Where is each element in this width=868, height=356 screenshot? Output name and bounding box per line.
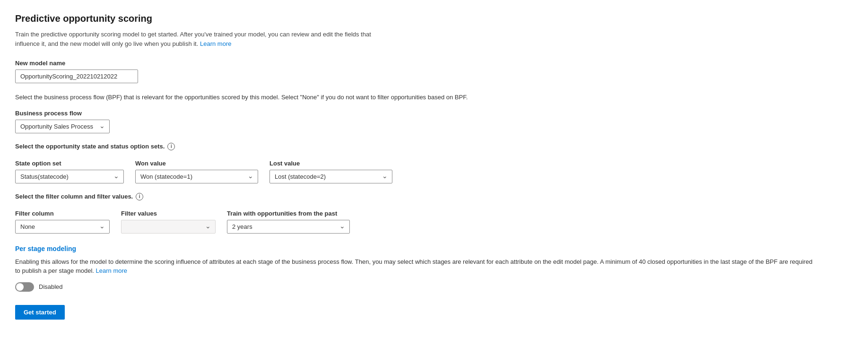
- lost-value-select-wrapper: Lost (statecode=2) Won (statecode=1) Ope…: [269, 170, 392, 183]
- train-label: Train with opportunities from the past: [227, 210, 350, 217]
- won-value-select-wrapper: Won (statecode=1) Lost (statecode=2) Ope…: [135, 170, 258, 183]
- toggle-label: Disabled: [39, 283, 63, 290]
- get-started-button[interactable]: Get started: [15, 305, 65, 320]
- bpf-select[interactable]: Opportunity Sales Process None Lead to O…: [15, 120, 110, 133]
- model-name-input[interactable]: [15, 69, 138, 83]
- filter-row: Filter column None Owner Territory Produ…: [15, 210, 853, 234]
- per-stage-section: Per stage modeling Enabling this allows …: [15, 245, 853, 292]
- per-stage-toggle[interactable]: [15, 282, 34, 292]
- train-select-wrapper: 1 year 2 years 3 years 5 years: [227, 220, 350, 234]
- per-stage-title: Per stage modeling: [15, 245, 853, 252]
- filter-section-header: Select the filter column and filter valu…: [15, 193, 853, 200]
- train-select[interactable]: 1 year 2 years 3 years 5 years: [227, 220, 350, 234]
- bpf-select-wrapper: Opportunity Sales Process None Lead to O…: [15, 120, 110, 133]
- state-options-row: State option set Status(statecode) Statu…: [15, 160, 853, 183]
- won-value-label: Won value: [135, 160, 258, 167]
- won-value-select[interactable]: Won (statecode=1) Lost (statecode=2) Ope…: [135, 170, 258, 183]
- state-section-header: Select the opportunity state and status …: [15, 143, 853, 150]
- filter-info-icon[interactable]: i: [136, 193, 143, 200]
- state-option-select-wrapper: Status(statecode) Status(statuscode): [15, 170, 124, 183]
- filter-values-label: Filter values: [121, 210, 216, 217]
- state-section-label: Select the opportunity state and status …: [15, 143, 165, 150]
- per-stage-description: Enabling this allows for the model to de…: [15, 257, 819, 276]
- lost-value-group: Lost value Lost (statecode=2) Won (state…: [269, 160, 392, 183]
- state-option-set-select[interactable]: Status(statecode) Status(statuscode): [15, 170, 124, 183]
- train-group: Train with opportunities from the past 1…: [227, 210, 350, 234]
- state-info-icon[interactable]: i: [167, 143, 175, 150]
- learn-more-link[interactable]: Learn more: [200, 40, 231, 47]
- model-name-label: New model name: [15, 60, 853, 67]
- toggle-row: Disabled: [15, 282, 853, 292]
- bpf-field-group: Business process flow Opportunity Sales …: [15, 110, 853, 133]
- filter-section-label: Select the filter column and filter valu…: [15, 193, 133, 200]
- state-option-set-label: State option set: [15, 160, 124, 167]
- bpf-label: Business process flow: [15, 110, 853, 117]
- lost-value-select[interactable]: Lost (statecode=2) Won (statecode=1) Ope…: [269, 170, 392, 183]
- filter-values-group: Filter values: [121, 210, 216, 234]
- page-description: Train the predictive opportunity scoring…: [15, 30, 393, 48]
- filter-values-select[interactable]: [121, 220, 216, 234]
- page-title: Predictive opportunity scoring: [15, 13, 853, 24]
- state-option-set-group: State option set Status(statecode) Statu…: [15, 160, 124, 183]
- model-name-field-group: New model name: [15, 60, 853, 83]
- lost-value-label: Lost value: [269, 160, 392, 167]
- filter-values-select-wrapper: [121, 220, 216, 234]
- bpf-description: Select the business process flow (BPF) t…: [15, 93, 582, 102]
- won-value-group: Won value Won (statecode=1) Lost (statec…: [135, 160, 258, 183]
- filter-column-label: Filter column: [15, 210, 110, 217]
- filter-column-select-wrapper: None Owner Territory Product: [15, 220, 110, 234]
- per-stage-learn-more-link[interactable]: Learn more: [96, 267, 127, 274]
- filter-column-select[interactable]: None Owner Territory Product: [15, 220, 110, 234]
- filter-column-group: Filter column None Owner Territory Produ…: [15, 210, 110, 234]
